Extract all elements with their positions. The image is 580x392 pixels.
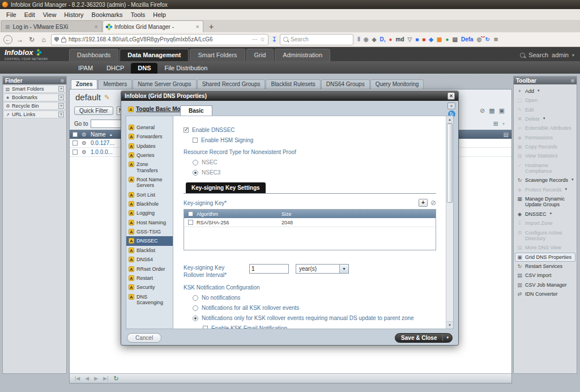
extension-icon[interactable]: Defa bbox=[461, 36, 474, 42]
dialog-scrollbar[interactable] bbox=[446, 116, 453, 329]
checkbox[interactable] bbox=[193, 138, 198, 143]
menu-item[interactable]: Help bbox=[149, 10, 170, 19]
dialog-nav-item[interactable]: Blacklist bbox=[126, 246, 173, 255]
menu-item[interactable]: File bbox=[2, 10, 20, 19]
subnav-tab[interactable]: DHCP bbox=[100, 63, 131, 74]
app-nav-tab[interactable]: Administration bbox=[275, 49, 330, 61]
extension-icon[interactable]: ▽ bbox=[408, 36, 412, 42]
page-actions-icon[interactable] bbox=[252, 36, 258, 42]
content-tab[interactable]: Shared Record Groups bbox=[197, 79, 266, 89]
tab-close-icon[interactable] bbox=[195, 24, 199, 29]
toolbar-item[interactable]: ◈ Protect Records bbox=[515, 185, 575, 194]
extension-icon[interactable]: ● bbox=[389, 36, 392, 42]
finder-item[interactable]: ★ Bookmarks + bbox=[3, 93, 66, 101]
extension-icon[interactable]: ◆ bbox=[429, 36, 433, 42]
checkbox[interactable] bbox=[203, 326, 208, 329]
toolbar-item[interactable]: ▥ View Statistics bbox=[515, 151, 575, 160]
extension-icon[interactable]: ◎ 1 bbox=[477, 36, 482, 42]
scroll-down-icon[interactable] bbox=[446, 321, 453, 329]
dialog-nav-item[interactable]: DNSSEC bbox=[126, 236, 173, 245]
panel-collapse-icon[interactable] bbox=[61, 78, 64, 84]
finder-item[interactable]: ♻ Recycle Bin + bbox=[3, 102, 66, 110]
firefox-menu-icon[interactable] bbox=[494, 35, 498, 44]
toolbar-item[interactable]: ⚙ Configure Active Directory bbox=[515, 228, 575, 244]
dialog-nav-item[interactable]: DNS Scavenging bbox=[126, 292, 173, 308]
toggle-basic-mode-button[interactable]: Toggle Basic Mode bbox=[128, 106, 187, 112]
chevron-down-icon[interactable] bbox=[550, 211, 552, 216]
toolbar-item[interactable]: ✓ Hostname Compliance bbox=[515, 161, 575, 176]
downloads-icon[interactable] bbox=[271, 36, 277, 44]
toolbar-item[interactable]: ≡ Extensible Attributes bbox=[515, 123, 575, 133]
bookmark-star-icon[interactable] bbox=[260, 36, 265, 42]
row-checkbox[interactable] bbox=[188, 220, 193, 225]
add-key-button[interactable] bbox=[419, 199, 428, 207]
search-bar[interactable]: Search bbox=[280, 34, 353, 45]
content-tab[interactable]: Query Monitoring bbox=[370, 79, 424, 89]
tab-key-signing-key-settings[interactable]: Key-signing Key Settings bbox=[186, 182, 266, 193]
radio-button[interactable] bbox=[193, 160, 198, 165]
extension-icon[interactable]: ◉ bbox=[364, 36, 369, 42]
lock-icon[interactable] bbox=[61, 39, 66, 42]
toolbar-item[interactable]: ↻ Scavenge Records bbox=[515, 176, 575, 185]
url-bar[interactable]: https://192.168.4.80/ui/LcGgV8R8gyPnyq6m… bbox=[51, 34, 268, 45]
collapse-panel-icon[interactable] bbox=[447, 103, 455, 109]
reload-button[interactable] bbox=[27, 36, 36, 44]
content-tab[interactable]: Zones bbox=[71, 79, 97, 89]
chevron-down-icon[interactable] bbox=[572, 53, 574, 58]
dialog-nav-item[interactable]: Host Naming bbox=[126, 218, 173, 227]
subnav-tab[interactable]: DNS bbox=[131, 63, 157, 74]
extension-icon[interactable]: ■ bbox=[415, 36, 419, 42]
save-close-button[interactable]: Save & Close bbox=[395, 333, 453, 343]
dialog-close-button[interactable] bbox=[447, 92, 455, 100]
menu-item[interactable]: History bbox=[60, 10, 87, 19]
column-size[interactable]: Size bbox=[282, 211, 436, 217]
column-picker-icon[interactable] bbox=[504, 131, 509, 138]
radio-button[interactable] bbox=[193, 305, 198, 311]
column-algorithm[interactable]: Algorithm bbox=[197, 211, 282, 217]
url-text[interactable]: https://192.168.4.80/ui/LcGgV8R8gyPnyq6m… bbox=[69, 36, 250, 42]
dialog-nav-item[interactable]: Updates bbox=[126, 142, 173, 151]
app-nav-tab[interactable]: Data Management bbox=[120, 49, 189, 61]
toolbar-item[interactable]: ▣ Copy Records bbox=[515, 142, 575, 151]
refresh-icon[interactable] bbox=[113, 375, 118, 382]
dialog-nav-item[interactable]: General bbox=[126, 123, 173, 132]
toolbar-item[interactable]: ✎ Edit bbox=[515, 105, 575, 114]
user-menu[interactable]: admin bbox=[552, 52, 569, 58]
extension-icon[interactable]: D, bbox=[379, 36, 385, 42]
rollover-unit-select[interactable]: year(s) bbox=[296, 264, 349, 274]
toolbar-item[interactable]: ↧ Import Zone bbox=[515, 219, 575, 228]
expand-plus-icon[interactable]: + bbox=[58, 95, 64, 100]
home-button[interactable] bbox=[39, 36, 48, 44]
menu-item[interactable]: View bbox=[39, 10, 61, 19]
tracking-shield-icon[interactable] bbox=[54, 37, 59, 42]
toolbar-item[interactable]: ◆ Permissions bbox=[515, 133, 575, 142]
toolbar-item[interactable]: + Add bbox=[515, 87, 575, 96]
select-all-checkbox[interactable] bbox=[72, 132, 78, 137]
toolbar-item[interactable]: ▣ Grid DNS Properties bbox=[515, 253, 575, 262]
content-tab[interactable]: Name Server Groups bbox=[133, 79, 196, 89]
extension-icon[interactable]: ‖ bbox=[357, 36, 360, 42]
dialog-nav-item[interactable]: Logging bbox=[126, 208, 173, 218]
back-button[interactable] bbox=[3, 35, 12, 44]
dialog-nav-item[interactable]: Security bbox=[126, 283, 173, 292]
toolbar-item[interactable]: ✖ Delete bbox=[515, 114, 575, 123]
toolbar-item[interactable]: ▥ CSV Job Manager bbox=[515, 280, 575, 289]
chevron-down-icon[interactable] bbox=[538, 88, 540, 93]
expand-plus-icon[interactable]: + bbox=[58, 103, 64, 109]
toolbar-item[interactable]: ▤ CSV Import bbox=[515, 271, 575, 280]
gear-icon[interactable] bbox=[82, 149, 87, 155]
toolbar-item[interactable]: ⇄ IDN Converter bbox=[515, 289, 575, 299]
extension-icon[interactable]: ↻ bbox=[485, 36, 489, 42]
chevron-down-icon[interactable] bbox=[572, 177, 574, 182]
checkbox[interactable] bbox=[184, 127, 189, 133]
dialog-nav-item[interactable]: Restart bbox=[126, 274, 173, 283]
toolbar-item[interactable]: ◆ DNSSEC bbox=[515, 210, 575, 219]
prev-page-icon[interactable] bbox=[85, 376, 89, 381]
select-all-checkbox[interactable] bbox=[188, 211, 193, 216]
chevron-down-icon[interactable] bbox=[565, 187, 568, 191]
tab-basic[interactable]: Basic bbox=[180, 105, 212, 116]
content-tab[interactable]: DNS64 Groups bbox=[321, 79, 370, 89]
chevron-down-icon[interactable] bbox=[442, 334, 452, 341]
column-name[interactable]: Name bbox=[91, 131, 106, 138]
dialog-nav-item[interactable]: Root Name Servers bbox=[126, 175, 173, 190]
